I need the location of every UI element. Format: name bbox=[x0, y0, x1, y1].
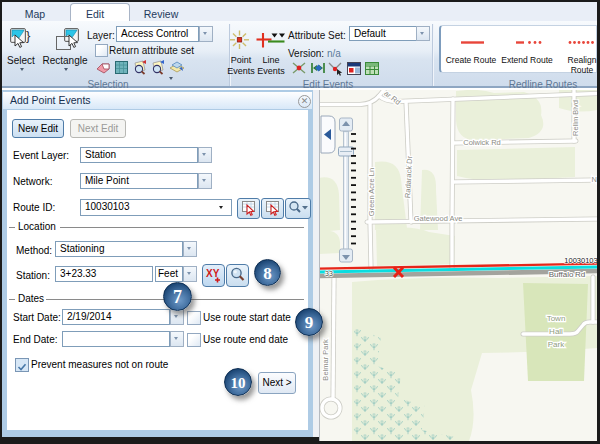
svg-text:Rellm Blvd: Rellm Blvd bbox=[571, 100, 580, 136]
svg-text:Gatewood Ave: Gatewood Ave bbox=[414, 214, 463, 223]
svg-text:Town: Town bbox=[547, 314, 566, 323]
svg-text:Hall: Hall bbox=[549, 327, 563, 336]
svg-text:N: N bbox=[592, 175, 597, 184]
svg-text:Colwick Rd: Colwick Rd bbox=[463, 138, 501, 147]
svg-text:XY: XY bbox=[206, 268, 220, 279]
svg-text:Green Acre Ln: Green Acre Ln bbox=[367, 168, 376, 216]
svg-text:10030103: 10030103 bbox=[564, 256, 597, 265]
svg-text:}: } bbox=[26, 28, 31, 43]
svg-text:Park: Park bbox=[548, 340, 565, 349]
svg-text:33: 33 bbox=[325, 270, 333, 277]
svg-text:Buffalo Rd: Buffalo Rd bbox=[549, 270, 586, 279]
svg-text:Belmar Park: Belmar Park bbox=[321, 339, 330, 381]
